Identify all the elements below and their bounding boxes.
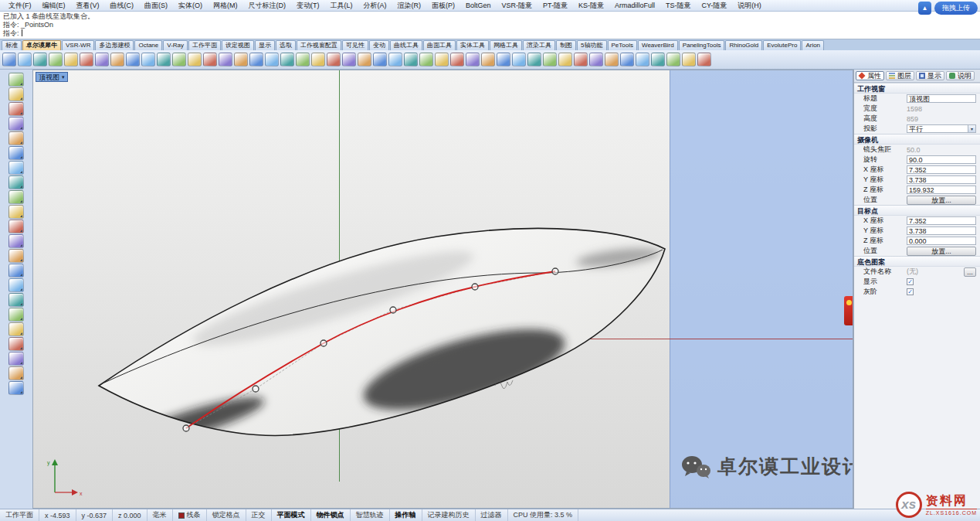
toolbar-tab-10[interactable]: 选取 (276, 40, 296, 50)
menu-item-16[interactable]: PT-随意 (537, 0, 573, 12)
menu-item-7[interactable]: 网格(M) (208, 0, 243, 12)
toolbar-tab-19[interactable]: 制图 (556, 40, 576, 50)
panel-tab-1[interactable]: 属性 (856, 71, 884, 80)
status-item-7[interactable]: 锁定格点 (207, 509, 246, 521)
top-toolbar-icon-42[interactable] (636, 53, 649, 66)
top-toolbar-icon-1[interactable] (2, 53, 16, 66)
toolbar-tab-23[interactable]: PanelingTools (679, 40, 725, 50)
status-item-5[interactable]: 毫米 (148, 509, 173, 521)
top-toolbar-icon-38[interactable] (574, 53, 588, 66)
red-ribbon-icon[interactable] (844, 296, 853, 325)
toolbar-tab-20[interactable]: 5轴功能 (577, 40, 606, 50)
value-input[interactable]: 3.738 (907, 226, 976, 235)
toolbar-tab-4[interactable]: 多边形建模 (95, 40, 134, 50)
top-toolbar-icon-2[interactable] (18, 53, 32, 66)
top-toolbar-icon-18[interactable] (265, 53, 279, 66)
top-toolbar-icon-23[interactable] (342, 53, 356, 66)
left-toolbar-icon-3[interactable] (8, 102, 24, 116)
status-item-8[interactable]: 正交 (246, 509, 272, 521)
toolbar-tab-1[interactable]: 标准 (2, 40, 22, 50)
top-toolbar-icon-8[interactable] (110, 53, 124, 66)
left-toolbar-icon-12[interactable] (8, 234, 24, 248)
toolbar-tab-24[interactable]: RhinoGold (725, 40, 762, 50)
status-item-13[interactable]: 记录建构历史 (422, 509, 476, 521)
upload-button[interactable]: 拖拽上传 (934, 2, 978, 15)
place-button[interactable]: 放置... (907, 196, 976, 205)
left-toolbar-icon-19[interactable] (8, 337, 24, 351)
left-toolbar-icon-2[interactable] (8, 87, 24, 101)
top-toolbar-icon-6[interactable] (80, 53, 93, 66)
top-toolbar-icon-14[interactable] (203, 53, 217, 66)
top-toolbar-icon-4[interactable] (49, 53, 63, 66)
top-toolbar-icon-19[interactable] (280, 53, 294, 66)
top-toolbar-icon-11[interactable] (157, 53, 171, 66)
toolbar-tab-21[interactable]: PeTools (608, 40, 637, 50)
menu-item-6[interactable]: 实体(O) (173, 0, 208, 12)
panel-tab-3[interactable]: 显示 (916, 71, 944, 80)
top-toolbar-icon-12[interactable] (172, 53, 186, 66)
top-toolbar-icon-40[interactable] (605, 53, 619, 66)
panel-tab-2[interactable]: 图层 (886, 71, 914, 80)
top-toolbar-icon-13[interactable] (188, 53, 202, 66)
left-toolbar-icon-5[interactable] (8, 131, 24, 145)
value-input[interactable]: 0.000 (907, 237, 976, 245)
status-item-11[interactable]: 智慧轨迹 (351, 509, 390, 521)
top-toolbar-icon-24[interactable] (358, 53, 371, 66)
left-toolbar-icon-22[interactable] (8, 381, 24, 395)
menu-item-8[interactable]: 尺寸标注(D) (243, 0, 292, 12)
top-toolbar-icon-30[interactable] (450, 53, 464, 66)
status-item-6[interactable]: 线条 (173, 509, 207, 521)
menu-item-4[interactable]: 曲线(C) (105, 0, 140, 12)
value-input[interactable]: 90.0 (907, 155, 976, 164)
left-toolbar-icon-7[interactable] (8, 161, 24, 175)
left-toolbar-icon-13[interactable] (8, 249, 24, 263)
toolbar-tab-14[interactable]: 曲线工具 (390, 40, 422, 50)
toolbar-tab-7[interactable]: 工作平面 (188, 40, 221, 50)
top-toolbar-icon-7[interactable] (95, 53, 109, 66)
top-toolbar-icon-29[interactable] (435, 53, 449, 66)
toolbar-tab-17[interactable]: 网格工具 (490, 40, 522, 50)
status-item-14[interactable]: 过滤器 (476, 509, 508, 521)
top-toolbar-icon-15[interactable] (219, 53, 232, 66)
top-toolbar-icon-22[interactable] (327, 53, 341, 66)
top-toolbar-icon-10[interactable] (141, 53, 155, 66)
browse-button[interactable]: ... (964, 267, 976, 277)
value-input[interactable]: 7.352 (907, 165, 976, 174)
top-toolbar-icon-36[interactable] (543, 53, 557, 66)
top-toolbar-icon-39[interactable] (589, 53, 603, 66)
menu-item-12[interactable]: 渲染(R) (392, 0, 427, 12)
menu-item-2[interactable]: 编辑(E) (37, 0, 71, 12)
toolbar-tab-16[interactable]: 实体工具 (456, 40, 489, 50)
top-toolbar-icon-46[interactable] (697, 53, 711, 66)
toolbar-tab-22[interactable]: WeaverBird (638, 40, 678, 50)
top-toolbar-icon-17[interactable] (249, 53, 263, 66)
toolbar-tab-13[interactable]: 变动 (369, 40, 389, 50)
toolbar-tab-9[interactable]: 显示 (255, 40, 275, 50)
top-toolbar-icon-26[interactable] (388, 53, 402, 66)
projection-dropdown[interactable]: 平行▾ (907, 124, 976, 133)
menu-item-20[interactable]: CY-随意 (697, 0, 733, 12)
place-button[interactable]: 放置... (907, 247, 976, 256)
toolbar-tab-25[interactable]: EvolutePro (763, 40, 801, 50)
top-toolbar-icon-3[interactable] (33, 53, 47, 66)
value-input[interactable]: 顶视图 (907, 94, 976, 103)
left-toolbar-icon-9[interactable] (8, 190, 24, 204)
top-toolbar-icon-20[interactable] (296, 53, 310, 66)
menu-item-13[interactable]: 面板(P) (426, 0, 460, 12)
top-toolbar-icon-34[interactable] (512, 53, 526, 66)
menu-item-11[interactable]: 分析(A) (358, 0, 392, 12)
top-toolbar-icon-37[interactable] (558, 53, 572, 66)
value-input[interactable]: 3.738 (907, 175, 976, 184)
left-toolbar-icon-21[interactable] (8, 366, 24, 380)
toolbar-tab-12[interactable]: 可见性 (342, 40, 368, 50)
left-toolbar-icon-1[interactable] (8, 73, 24, 87)
left-toolbar-icon-16[interactable] (8, 293, 24, 307)
top-toolbar-icon-45[interactable] (682, 53, 696, 66)
command-prompt[interactable]: 指令: (3, 29, 19, 37)
top-toolbar-icon-25[interactable] (373, 53, 387, 66)
toolbar-tab-15[interactable]: 曲面工具 (423, 40, 456, 50)
left-toolbar-icon-20[interactable] (8, 352, 24, 366)
top-toolbar-icon-32[interactable] (481, 53, 495, 66)
status-item-9[interactable]: 平面模式 (272, 509, 311, 521)
top-toolbar-icon-21[interactable] (311, 53, 325, 66)
